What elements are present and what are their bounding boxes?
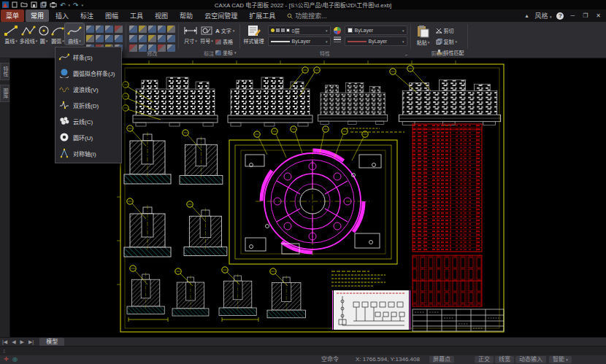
- style-manager-button[interactable]: 样式管理: [243, 23, 265, 44]
- title-block[interactable]: [413, 309, 504, 331]
- toggle-lineweight[interactable]: 线宽: [495, 356, 514, 363]
- toggle-smart-snap[interactable]: 智能 ▾: [549, 356, 572, 363]
- tool-icon[interactable]: [86, 35, 94, 42]
- menu-tab-view[interactable]: 视图: [150, 9, 173, 22]
- red-detail-view[interactable]: [413, 255, 482, 306]
- collapse-ribbon-icon[interactable]: ▴: [523, 12, 529, 19]
- menu-item-zigzag-line[interactable]: 双折线(D): [55, 97, 121, 113]
- arc-button[interactable]: 圆弧▾: [50, 23, 65, 44]
- command-line-area[interactable]: ⁞⁞: [0, 346, 606, 355]
- lineweight-dropdown[interactable]: ByLayer▾: [345, 36, 407, 46]
- first-sheet-icon[interactable]: |◀: [0, 339, 9, 345]
- tool-icon[interactable]: [139, 35, 147, 42]
- undo-caret-icon[interactable]: ▾: [69, 3, 71, 7]
- technical-notes[interactable]: [331, 271, 386, 286]
- point-style-icon[interactable]: ✛: [4, 356, 9, 363]
- tool-icon[interactable]: [158, 35, 166, 42]
- cut-item[interactable]: 剪切: [436, 26, 464, 35]
- save-icon[interactable]: [31, 1, 37, 8]
- tool-icon[interactable]: [167, 35, 175, 42]
- model-tab[interactable]: 模型: [39, 338, 64, 346]
- tool-icon[interactable]: [86, 26, 94, 33]
- tool-icon[interactable]: [96, 35, 104, 42]
- parts-table-red[interactable]: [413, 124, 482, 252]
- tool-icon[interactable]: [148, 35, 156, 42]
- open-file-icon[interactable]: [20, 1, 28, 8]
- part-detail-views[interactable]: [124, 125, 305, 322]
- menu-item-wave-line[interactable]: 波浪线(V): [55, 81, 121, 97]
- color-wheel-icon[interactable]: [333, 26, 342, 35]
- menu-tab-tools[interactable]: 工具: [125, 9, 148, 22]
- menu-tab-annotate[interactable]: 标注: [75, 9, 99, 22]
- dialog-launcher-icon[interactable]: ⌐: [405, 53, 408, 57]
- elevation-view-4[interactable]: [399, 80, 500, 125]
- print-icon[interactable]: [50, 1, 57, 8]
- group-label-clipboard: 剪贴板: [412, 50, 467, 57]
- menu-tab-menu[interactable]: 菜单: [1, 9, 24, 22]
- last-sheet-icon[interactable]: ▶|: [26, 339, 36, 345]
- tool-icon[interactable]: [148, 26, 156, 33]
- circle-button[interactable]: 圆▾: [37, 23, 50, 44]
- menu-item-symmetry-axis[interactable]: 对称轴(I): [55, 145, 121, 161]
- menu-item-arcfit-spline[interactable]: 圆弧拟合样条(J): [55, 65, 121, 81]
- tool-icon[interactable]: [115, 35, 123, 42]
- menu-item-donut[interactable]: 圆环(U): [55, 129, 121, 145]
- tool-icon[interactable]: [105, 35, 113, 42]
- restore-button[interactable]: ❐: [581, 12, 589, 19]
- elevation-view-3[interactable]: [318, 82, 388, 124]
- linetype-dropdown[interactable]: ByLayer▾: [268, 36, 331, 46]
- paste-button[interactable]: 粘贴▾: [414, 23, 433, 46]
- symbol-button[interactable]: 符号▾: [199, 23, 214, 44]
- menu-item-cloud-line[interactable]: 云线(C): [55, 113, 121, 129]
- copy-item[interactable]: 复制▾: [436, 37, 464, 46]
- toggle-dynamic-input[interactable]: 动态输入: [515, 356, 546, 363]
- schematic-block[interactable]: [333, 290, 410, 330]
- tool-icon[interactable]: [158, 26, 166, 33]
- redo-icon[interactable]: ↷: [73, 1, 79, 9]
- tool-icon[interactable]: [167, 26, 175, 33]
- lineweight-list-icon[interactable]: [333, 36, 342, 42]
- close-button[interactable]: ✕: [594, 12, 602, 19]
- snap-style-icon[interactable]: ◎: [12, 356, 18, 363]
- panel-tab-library[interactable]: 图库: [0, 85, 9, 102]
- tool-icon[interactable]: [129, 26, 137, 33]
- panel-tab-properties[interactable]: 特性: [0, 63, 9, 80]
- tool-icon[interactable]: [96, 26, 104, 33]
- style-dropdown[interactable]: 风格 ▾: [534, 11, 551, 20]
- undo-icon[interactable]: ↶: [60, 1, 66, 9]
- polyline-button[interactable]: 多段线▾: [20, 23, 37, 44]
- line-button[interactable]: 直线▾: [2, 23, 20, 44]
- menu-tab-extension[interactable]: 扩展工具: [244, 9, 280, 22]
- panel-grip-icon[interactable]: ⁞⁞: [0, 348, 4, 355]
- minimize-button[interactable]: ─: [569, 12, 576, 19]
- save-all-icon[interactable]: [40, 1, 47, 8]
- prev-sheet-icon[interactable]: ◀: [9, 339, 18, 345]
- elevation-view-1[interactable]: [133, 77, 218, 126]
- layer-dropdown[interactable]: 0层▾: [268, 26, 331, 35]
- menu-item-spline[interactable]: 样条(S): [55, 49, 121, 65]
- dimension-button[interactable]: 尺寸▾: [182, 23, 199, 44]
- redo-caret-icon[interactable]: ▾: [82, 3, 84, 7]
- new-file-icon[interactable]: [12, 1, 18, 8]
- function-search[interactable]: 功能搜索...: [287, 11, 327, 20]
- text-tool[interactable]: A文字▾: [215, 26, 237, 35]
- help-icon[interactable]: ?: [556, 12, 564, 20]
- tool-icon[interactable]: [139, 26, 147, 33]
- tool-icon[interactable]: [115, 26, 123, 33]
- menu-tab-insert[interactable]: 插入: [50, 9, 74, 22]
- point-mode-button[interactable]: 屏幕点: [429, 356, 454, 363]
- color-dropdown[interactable]: ByLayer▾: [345, 26, 407, 35]
- toggle-ortho[interactable]: 正交: [475, 356, 494, 363]
- curve-button[interactable]: 曲线▾: [65, 23, 84, 44]
- menu-tab-common[interactable]: 常用: [26, 9, 49, 22]
- main-assembly-view[interactable]: [229, 126, 404, 264]
- tool-icon[interactable]: [129, 35, 137, 42]
- tool-icon[interactable]: [105, 26, 113, 33]
- menu-tab-help[interactable]: 帮助: [174, 9, 198, 22]
- elevation-view-2[interactable]: [228, 77, 312, 126]
- menu-tab-sheet[interactable]: 图幅: [100, 9, 123, 22]
- next-sheet-icon[interactable]: ▶: [18, 339, 26, 345]
- table-tool[interactable]: 表格: [215, 37, 237, 46]
- menu-tab-cloud[interactable]: 云空间管理: [199, 9, 242, 22]
- app-logo-icon[interactable]: [2, 1, 9, 8]
